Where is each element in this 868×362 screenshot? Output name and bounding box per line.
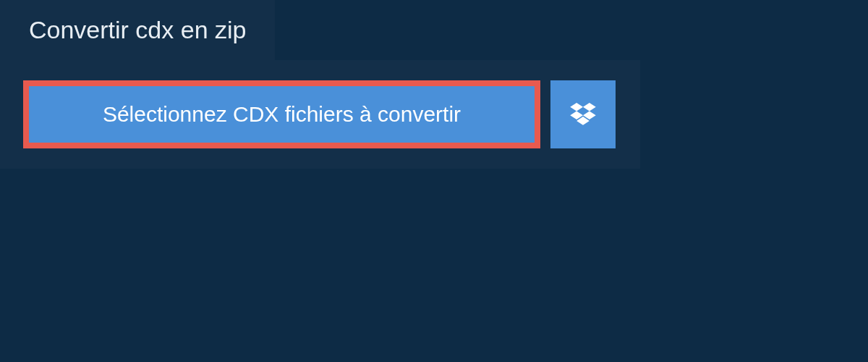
button-row: Sélectionnez CDX fichiers à convertir [23,80,617,148]
tab-label: Convertir cdx en zip [29,16,246,43]
select-files-button[interactable]: Sélectionnez CDX fichiers à convertir [23,80,540,148]
dropbox-icon [570,103,596,126]
conversion-panel: Sélectionnez CDX fichiers à convertir [0,60,640,169]
active-tab[interactable]: Convertir cdx en zip [0,0,275,60]
dropbox-button[interactable] [550,80,616,148]
select-files-label: Sélectionnez CDX fichiers à convertir [103,102,461,127]
